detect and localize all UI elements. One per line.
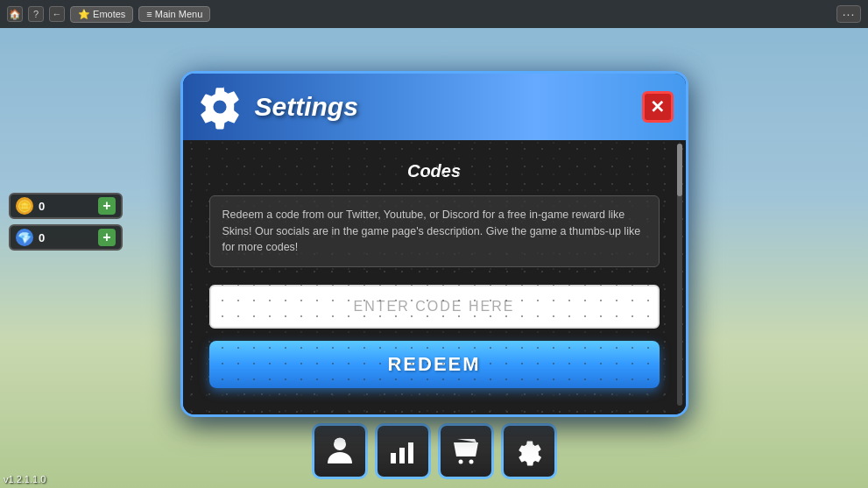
scrollbar-thumb [677,144,682,196]
settings-gear-icon [197,84,243,130]
modal-title-text: Settings [255,92,358,122]
description-text: Redeem a code from our Twitter, Youtube,… [209,195,660,267]
close-button[interactable]: ✕ [642,91,674,123]
modal-header: Settings ✕ [183,74,686,140]
code-input[interactable] [209,285,660,329]
modal-overlay: Settings ✕ Codes Redeem a code from our … [0,0,868,488]
modal-body: Codes Redeem a code from our Twitter, Yo… [183,140,686,414]
redeem-button[interactable]: REDEEM [209,341,660,388]
settings-modal: Settings ✕ Codes Redeem a code from our … [180,71,688,417]
modal-scrollbar[interactable] [677,144,682,406]
section-title: Codes [209,161,660,181]
